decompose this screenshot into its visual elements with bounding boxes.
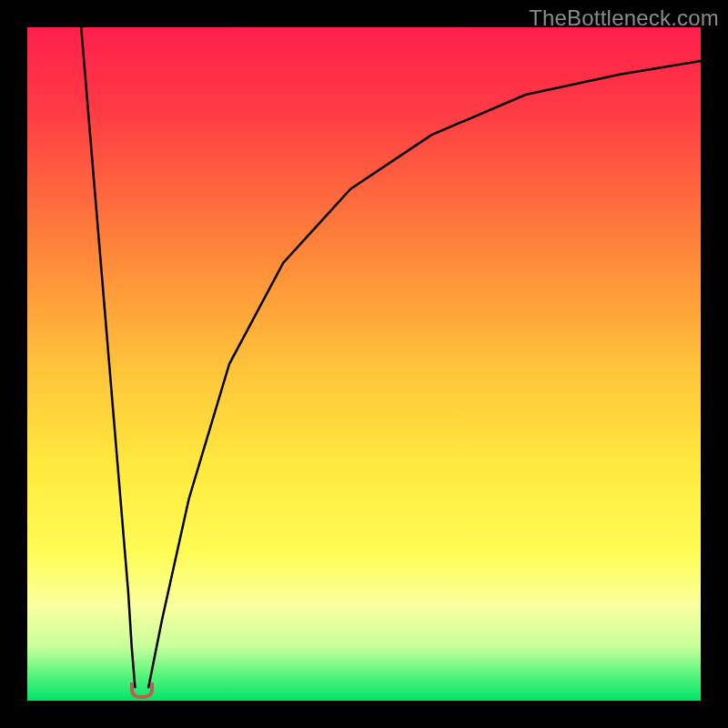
bottleneck-curve (27, 27, 701, 701)
watermark-text: TheBottleneck.com (529, 5, 719, 31)
chart-frame: TheBottleneck.com (0, 0, 728, 728)
plot-area (27, 27, 701, 701)
optimum-marker (130, 682, 154, 699)
